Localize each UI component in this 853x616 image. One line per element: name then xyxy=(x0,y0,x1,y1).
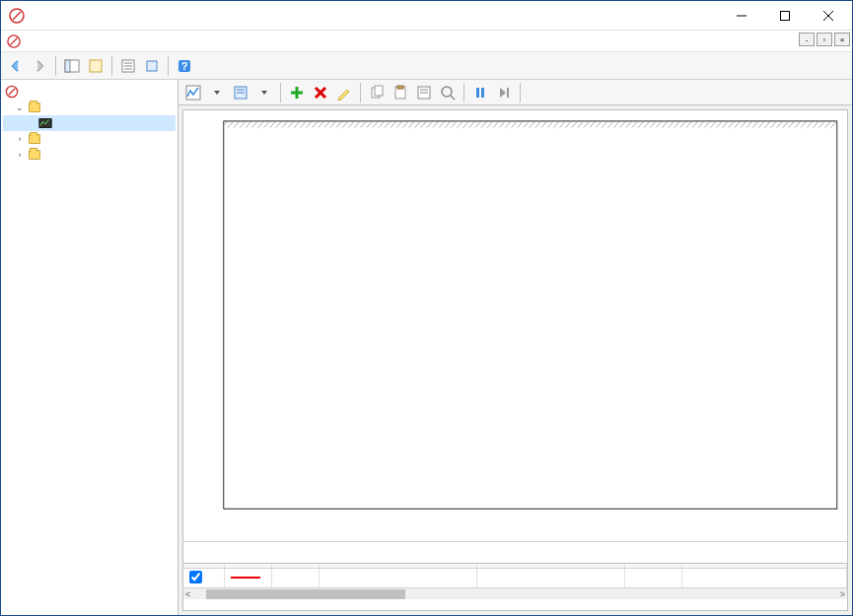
cell-show[interactable] xyxy=(183,569,225,587)
export-button[interactable] xyxy=(141,55,163,77)
expand-icon[interactable]: › xyxy=(15,150,25,160)
svg-rect-41 xyxy=(224,121,837,509)
svg-rect-20 xyxy=(39,119,51,128)
mdi-minimize-button[interactable]: - xyxy=(799,33,815,46)
perfmon-icon xyxy=(38,116,52,130)
main-toolbar: ? xyxy=(1,52,852,80)
svg-rect-40 xyxy=(507,88,509,98)
content-pane: <> xyxy=(178,80,852,615)
cell-instance xyxy=(477,569,625,587)
svg-rect-38 xyxy=(476,88,479,98)
view-dropdown2-button[interactable] xyxy=(253,82,275,103)
show-checkbox[interactable] xyxy=(189,571,202,583)
folder-icon xyxy=(28,101,41,114)
svg-point-36 xyxy=(442,87,452,97)
delete-counter-button[interactable] xyxy=(310,82,331,103)
separator xyxy=(520,83,521,103)
add-counter-button[interactable] xyxy=(286,82,308,103)
folder-icon xyxy=(28,148,41,162)
view-log-button[interactable] xyxy=(230,82,251,103)
chart-area[interactable]: <> xyxy=(182,109,848,611)
tree-perfmon[interactable] xyxy=(3,115,176,131)
expand-icon[interactable]: ⌄ xyxy=(15,103,25,112)
svg-text:?: ? xyxy=(181,60,188,72)
expand-icon[interactable]: › xyxy=(15,134,25,144)
mdi-restore-button[interactable]: ▫ xyxy=(817,33,832,46)
tree-monitoring-tools[interactable]: ⌄ xyxy=(3,100,176,115)
view-chart-button[interactable] xyxy=(182,82,204,103)
svg-rect-9 xyxy=(65,60,70,72)
app-icon-small xyxy=(7,34,21,48)
cell-counter xyxy=(320,569,477,587)
tree-data-collector-sets[interactable]: › xyxy=(3,131,176,147)
mdi-controls: - ▫ × xyxy=(799,33,850,46)
paste-button[interactable] xyxy=(390,82,411,103)
col-parent[interactable] xyxy=(625,564,682,568)
line-chart[interactable] xyxy=(183,110,847,541)
menu-help[interactable] xyxy=(90,39,106,43)
copy-button[interactable] xyxy=(366,82,388,103)
properties2-button[interactable] xyxy=(413,82,435,103)
menu-file[interactable] xyxy=(27,39,42,43)
table-scrollbar[interactable]: <> xyxy=(183,587,847,599)
workspace: ⌄ › › xyxy=(1,80,852,615)
window-controls xyxy=(720,2,850,30)
back-button[interactable] xyxy=(5,55,27,77)
svg-rect-3 xyxy=(781,11,790,20)
separator xyxy=(55,56,56,76)
chart-toolbar xyxy=(178,80,852,105)
cell-object xyxy=(682,569,847,587)
separator xyxy=(280,83,281,103)
separator xyxy=(111,56,112,76)
nav-tree[interactable]: ⌄ › › xyxy=(1,80,178,615)
view-dropdown-button[interactable] xyxy=(206,82,228,103)
highlight-button[interactable] xyxy=(333,82,355,103)
col-scale[interactable] xyxy=(272,564,320,568)
new-window-button[interactable] xyxy=(85,55,107,77)
separator xyxy=(168,56,169,76)
menu-window[interactable] xyxy=(74,39,90,43)
svg-line-1 xyxy=(13,12,21,20)
show-hide-tree-button[interactable] xyxy=(61,55,83,77)
properties-button[interactable] xyxy=(117,55,139,77)
stats-bar xyxy=(183,541,847,563)
table-row[interactable] xyxy=(183,569,847,587)
tree-root-performance[interactable] xyxy=(3,84,176,100)
separator xyxy=(463,83,464,103)
help-button[interactable]: ? xyxy=(174,55,195,77)
forward-button[interactable] xyxy=(29,55,50,77)
menu-action[interactable] xyxy=(42,39,58,43)
step-button[interactable] xyxy=(493,82,515,103)
cell-color xyxy=(225,569,272,587)
window-titlebar xyxy=(1,1,852,31)
svg-rect-30 xyxy=(375,86,383,96)
svg-rect-32 xyxy=(397,86,403,89)
cell-scale xyxy=(272,569,320,587)
tree-reports[interactable]: › xyxy=(3,147,176,163)
cell-parent xyxy=(625,569,682,587)
menu-bar: - ▫ × xyxy=(1,31,852,52)
color-swatch xyxy=(231,577,260,579)
col-counter[interactable] xyxy=(320,564,477,568)
svg-rect-15 xyxy=(147,61,157,71)
perf-root-icon xyxy=(5,85,19,99)
svg-rect-43 xyxy=(224,121,837,128)
menu-view[interactable] xyxy=(58,39,74,43)
svg-line-19 xyxy=(9,89,15,95)
pause-button[interactable] xyxy=(469,82,491,103)
col-color[interactable] xyxy=(225,564,272,568)
maximize-button[interactable] xyxy=(763,2,807,30)
app-icon xyxy=(9,8,25,24)
counter-table[interactable]: <> xyxy=(183,563,847,610)
folder-icon xyxy=(28,132,41,146)
separator xyxy=(360,83,361,103)
mdi-close-button[interactable]: × xyxy=(834,33,850,46)
col-object[interactable] xyxy=(682,564,847,568)
close-button[interactable] xyxy=(807,2,850,30)
col-show[interactable] xyxy=(183,564,225,568)
zoom-button[interactable] xyxy=(437,82,459,103)
col-instance[interactable] xyxy=(477,564,625,568)
svg-line-7 xyxy=(11,37,18,44)
svg-rect-39 xyxy=(481,88,484,98)
minimize-button[interactable] xyxy=(720,2,763,30)
